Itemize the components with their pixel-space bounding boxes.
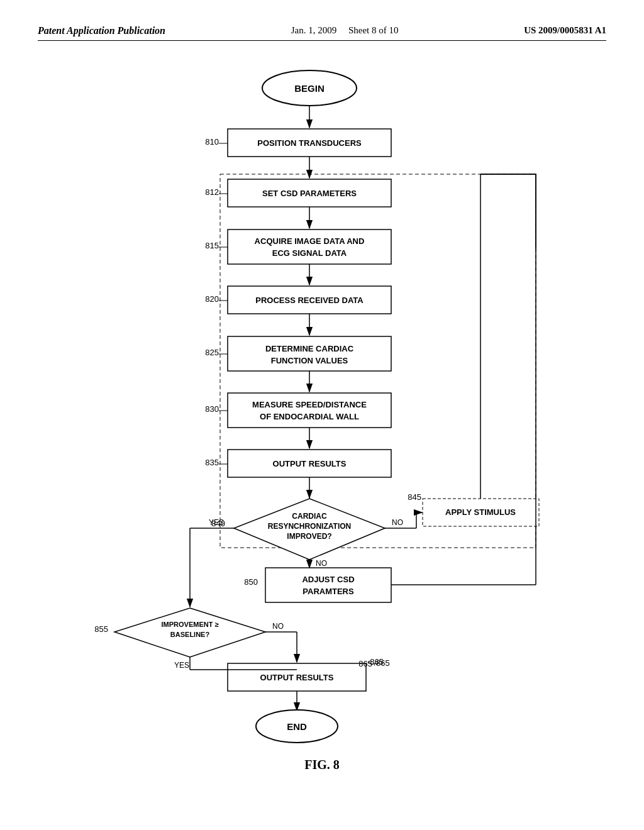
svg-text:DETERMINE CARDIAC: DETERMINE CARDIAC xyxy=(265,344,354,353)
svg-text:830: 830 xyxy=(205,404,219,414)
svg-text:825: 825 xyxy=(205,348,219,357)
svg-text:POSITION TRANSDUCERS: POSITION TRANSDUCERS xyxy=(257,138,362,148)
header-center: Jan. 1, 2009 Sheet 8 of 10 xyxy=(291,25,399,36)
svg-text:810: 810 xyxy=(205,137,219,147)
svg-text:OUTPUT RESULTS: OUTPUT RESULTS xyxy=(273,459,347,468)
svg-text:YES: YES xyxy=(209,518,224,527)
svg-text:IMPROVED?: IMPROVED? xyxy=(287,532,331,541)
svg-text:NO: NO xyxy=(392,518,403,527)
diagram-area: BEGIN POSITION TRANSDUCERS 810 SET CSD P… xyxy=(38,60,606,772)
figure-label: FIG. 8 xyxy=(304,758,340,772)
svg-text:YES: YES xyxy=(174,661,189,670)
svg-text:835: 835 xyxy=(205,458,219,467)
svg-text:OF ENDOCARDIAL WALL: OF ENDOCARDIAL WALL xyxy=(260,412,359,421)
svg-text:850: 850 xyxy=(244,577,258,587)
svg-text:OUTPUT RESULTS: OUTPUT RESULTS xyxy=(260,673,334,682)
svg-text:MEASURE SPEED/DISTANCE: MEASURE SPEED/DISTANCE xyxy=(252,400,367,409)
svg-text:NO: NO xyxy=(316,559,327,568)
svg-rect-32 xyxy=(228,393,391,428)
svg-text:SET CSD PARAMETERS: SET CSD PARAMETERS xyxy=(262,189,357,198)
svg-text:845: 845 xyxy=(408,492,421,502)
svg-text:PARAMTERS: PARAMTERS xyxy=(303,587,354,596)
flowchart-container: BEGIN POSITION TRANSDUCERS 810 SET CSD P… xyxy=(38,60,606,745)
svg-text:CARDIAC: CARDIAC xyxy=(292,512,327,521)
svg-text:815: 815 xyxy=(205,241,219,250)
svg-text:BASELINE?: BASELINE? xyxy=(170,631,210,638)
svg-text:820: 820 xyxy=(205,294,219,304)
page: Patent Application Publication Jan. 1, 2… xyxy=(0,0,644,830)
svg-text:FUNCTION VALUES: FUNCTION VALUES xyxy=(271,356,348,365)
header-sheet: Sheet 8 of 10 xyxy=(348,25,399,35)
header: Patent Application Publication Jan. 1, 2… xyxy=(38,25,606,41)
svg-rect-60 xyxy=(265,568,391,602)
header-left: Patent Application Publication xyxy=(38,25,165,36)
header-date: Jan. 1, 2009 xyxy=(291,25,337,35)
flowchart-svg: BEGIN POSITION TRANSDUCERS 810 SET CSD P… xyxy=(77,60,567,745)
svg-text:PROCESS RECEIVED DATA: PROCESS RECEIVED DATA xyxy=(255,296,364,305)
header-right: US 2009/0005831 A1 xyxy=(524,25,606,36)
svg-text:RESYNCHRONIZATION: RESYNCHRONIZATION xyxy=(268,522,351,531)
svg-text:IMPROVEMENT ≥: IMPROVEMENT ≥ xyxy=(162,621,219,628)
svg-text:NO: NO xyxy=(272,622,284,631)
svg-rect-15 xyxy=(228,230,391,264)
svg-text:BEGIN: BEGIN xyxy=(294,83,325,94)
svg-text:812: 812 xyxy=(205,187,219,197)
svg-rect-26 xyxy=(228,336,391,371)
svg-text:APPLY STIMULUS: APPLY STIMULUS xyxy=(445,507,516,517)
svg-text:855: 855 xyxy=(94,624,108,634)
svg-text:←865: ←865 xyxy=(368,658,390,668)
svg-text:ACQUIRE IMAGE DATA AND: ACQUIRE IMAGE DATA AND xyxy=(255,236,365,246)
svg-text:ECG SIGNAL DATA: ECG SIGNAL DATA xyxy=(272,248,347,258)
svg-text:END: END xyxy=(287,721,307,732)
svg-text:ADJUST CSD: ADJUST CSD xyxy=(302,575,354,584)
